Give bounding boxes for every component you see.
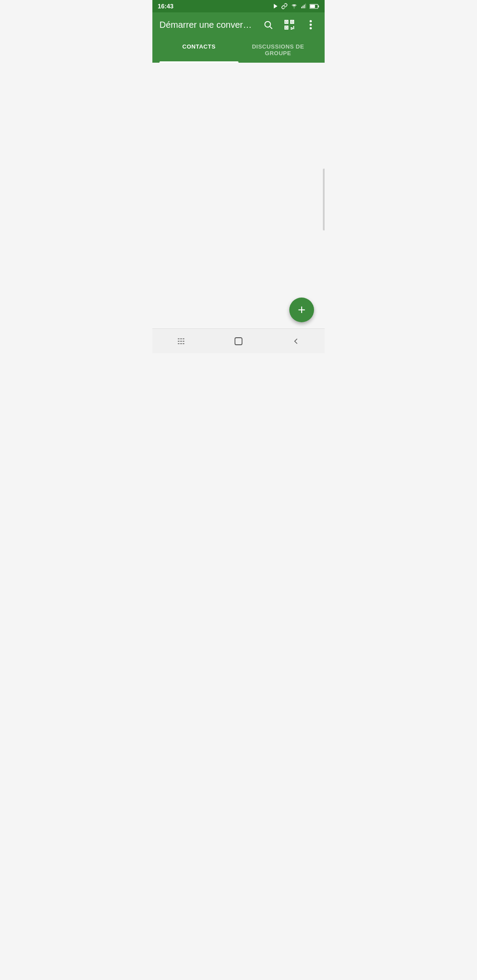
app-bar: Démarrer une conver…: [152, 12, 325, 63]
svg-rect-4: [304, 5, 305, 8]
home-icon: [233, 336, 244, 347]
status-icons: [273, 3, 319, 9]
back-icon: [291, 336, 301, 346]
wifi-icon: [290, 3, 298, 9]
home-button[interactable]: [225, 332, 252, 350]
svg-rect-36: [235, 338, 242, 345]
qr-icon: [284, 19, 295, 30]
status-bar: 16:43: [152, 0, 325, 12]
svg-line-10: [270, 26, 272, 29]
back-button[interactable]: [283, 332, 309, 350]
svg-rect-12: [286, 21, 288, 23]
scrollbar[interactable]: [323, 169, 325, 230]
link-icon: [281, 3, 288, 9]
tab-group-discussions[interactable]: DISCUSSIONS DE GROUPE: [238, 37, 318, 63]
svg-rect-5: [305, 4, 306, 8]
more-options-button[interactable]: [303, 18, 318, 32]
svg-rect-7: [318, 5, 319, 8]
qr-code-button[interactable]: [282, 18, 296, 32]
search-button[interactable]: [261, 18, 275, 32]
battery-icon: [310, 4, 319, 9]
svg-point-24: [310, 20, 312, 23]
svg-point-9: [265, 22, 271, 27]
search-icon: [263, 20, 273, 30]
svg-rect-3: [303, 6, 303, 8]
svg-point-25: [310, 24, 312, 26]
svg-rect-16: [286, 27, 288, 29]
fab-plus-icon: +: [298, 303, 306, 317]
svg-rect-2: [301, 7, 302, 8]
svg-rect-14: [292, 21, 293, 23]
status-time: 16:43: [158, 3, 174, 10]
svg-point-26: [310, 27, 312, 30]
recent-apps-icon: [176, 336, 186, 346]
main-content: [152, 63, 325, 328]
bottom-nav: [152, 328, 325, 353]
play-icon: [273, 3, 279, 9]
app-bar-title: Démarrer une conver…: [159, 20, 261, 30]
more-vertical-icon: [310, 20, 312, 30]
tab-contacts[interactable]: CONTACTS: [159, 37, 238, 63]
tabs: CONTACTS DISCUSSIONS DE GROUPE: [159, 37, 318, 63]
app-bar-actions: [261, 18, 318, 32]
app-bar-top: Démarrer une conver…: [159, 18, 318, 37]
svg-marker-0: [274, 4, 277, 9]
fab-new-contact[interactable]: +: [289, 298, 314, 322]
svg-rect-8: [310, 4, 315, 8]
svg-point-1: [294, 8, 294, 8]
recent-apps-button[interactable]: [168, 332, 194, 350]
signal-icon: [300, 3, 307, 9]
